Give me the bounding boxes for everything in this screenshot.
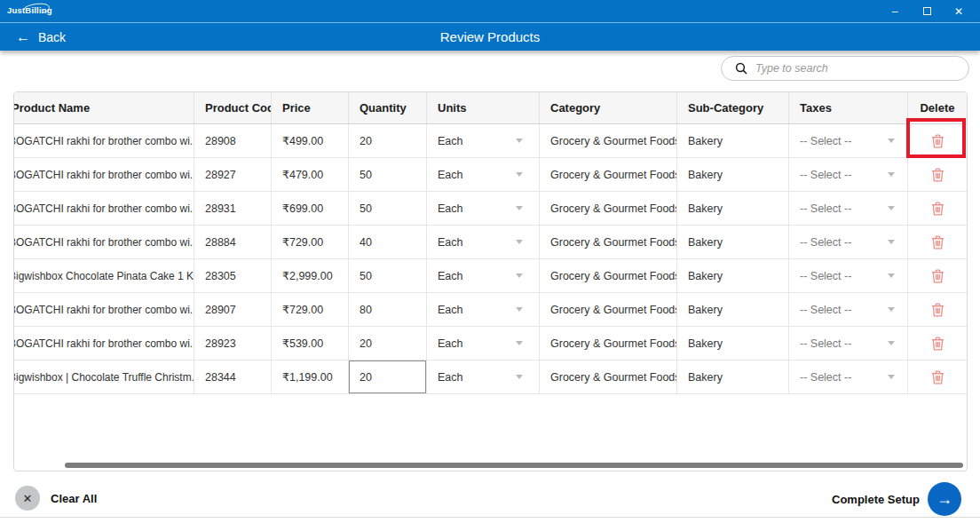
cell-quantity-input[interactable]: 50: [349, 259, 427, 292]
cell-product-code: 28305: [194, 259, 272, 292]
cell-units-dropdown[interactable]: Each: [427, 226, 540, 258]
cell-sub-category: Bakery: [677, 361, 789, 393]
logo-swoosh-icon: [21, 2, 53, 16]
cell-units-dropdown[interactable]: Each: [427, 192, 540, 225]
cell-category: Grocery & Gourmet Foods: [540, 327, 677, 360]
maximize-icon: [923, 7, 931, 15]
cell-category: Grocery & Gourmet Foods: [540, 124, 677, 157]
cell-units-dropdown[interactable]: Each: [427, 124, 540, 157]
cell-sub-category: Bakery: [677, 192, 789, 225]
column-header-price: Price: [272, 92, 349, 123]
table-row: BOGATCHI rakhi for brother combo wi...28…: [14, 327, 967, 361]
cell-units-dropdown[interactable]: Each: [427, 327, 540, 360]
chevron-down-icon: [888, 172, 895, 177]
cell-category: Grocery & Gourmet Foods: [540, 361, 677, 393]
cell-price: ₹539.00: [272, 327, 349, 360]
cell-units-dropdown[interactable]: Each: [427, 259, 540, 292]
cell-product-name: BOGATCHI rakhi for brother combo wi...: [14, 327, 194, 360]
delete-row-button[interactable]: [928, 265, 948, 287]
table-header-row: Product NameProduct CodePriceQuantityUni…: [14, 92, 967, 124]
delete-row-button[interactable]: [928, 231, 948, 253]
cell-units-dropdown[interactable]: Each: [427, 158, 540, 191]
chevron-down-icon: [516, 172, 523, 177]
cell-category: Grocery & Gourmet Foods: [540, 259, 677, 292]
taxes-value: -- Select --: [800, 236, 851, 249]
cell-taxes-dropdown[interactable]: -- Select --: [789, 259, 908, 292]
column-header-category: Category: [540, 92, 677, 123]
cell-delete: [908, 158, 967, 191]
column-header-units: Units: [427, 92, 540, 123]
cell-product-code: 28927: [194, 158, 272, 191]
cell-price: ₹729.00: [272, 226, 349, 258]
cell-quantity-input[interactable]: 40: [349, 226, 427, 258]
delete-row-button[interactable]: [928, 332, 948, 354]
cell-product-name: BOGATCHI rakhi for brother combo wi...: [14, 293, 194, 326]
maximize-button[interactable]: [911, 0, 943, 22]
delete-row-button[interactable]: [928, 366, 948, 388]
cell-taxes-dropdown[interactable]: -- Select --: [789, 327, 908, 360]
cell-price: ₹699.00: [272, 192, 349, 225]
cell-taxes-dropdown[interactable]: -- Select --: [789, 226, 908, 258]
cell-taxes-dropdown[interactable]: -- Select --: [789, 158, 908, 191]
cell-sub-category: Bakery: [677, 226, 789, 258]
cell-product-name: Bigwishbox Chocolate Pinata Cake 1 K...: [14, 259, 194, 292]
cell-taxes-dropdown[interactable]: -- Select --: [789, 361, 908, 393]
chevron-down-icon: [888, 206, 895, 210]
taxes-value: -- Select --: [800, 304, 851, 316]
delete-row-button[interactable]: [928, 163, 948, 186]
chevron-down-icon: [516, 273, 523, 278]
units-value: Each: [438, 135, 463, 147]
clear-all-button[interactable]: ✕ Clear All: [15, 486, 97, 511]
search-box[interactable]: [721, 56, 969, 81]
cell-category: Grocery & Gourmet Foods: [540, 226, 677, 258]
cell-taxes-dropdown[interactable]: -- Select --: [789, 124, 908, 157]
app-header: ← Back Review Products: [0, 22, 980, 51]
cell-quantity-input[interactable]: 20: [349, 124, 427, 157]
complete-setup-button[interactable]: Complete Setup →: [832, 482, 961, 516]
close-button[interactable]: ✕: [943, 0, 975, 22]
chevron-down-icon: [888, 240, 895, 244]
cell-taxes-dropdown[interactable]: -- Select --: [789, 293, 908, 326]
cell-taxes-dropdown[interactable]: -- Select --: [789, 192, 908, 225]
cell-sub-category: Bakery: [677, 327, 789, 360]
cell-quantity-input[interactable]: 80: [349, 293, 427, 326]
delete-row-button[interactable]: [928, 130, 948, 152]
column-header-quantity: Quantity: [349, 92, 427, 123]
cell-product-name: Bigwishbox | Chocolate Truffle Christm..…: [14, 361, 194, 393]
cell-units-dropdown[interactable]: Each: [427, 293, 540, 326]
cell-quantity-input[interactable]: 20: [349, 361, 427, 393]
cell-quantity-input[interactable]: 20: [349, 327, 427, 360]
clear-all-x-icon: ✕: [15, 486, 40, 511]
units-value: Each: [438, 371, 463, 384]
table-row: BOGATCHI rakhi for brother combo wi...28…: [14, 124, 967, 158]
delete-row-button[interactable]: [928, 298, 948, 321]
table-row: Bigwishbox | Chocolate Truffle Christm..…: [14, 361, 967, 394]
window-controls: – ✕: [879, 0, 975, 22]
minimize-button[interactable]: –: [879, 0, 911, 22]
cell-units-dropdown[interactable]: Each: [427, 361, 540, 393]
cell-product-code: 28931: [194, 192, 272, 225]
taxes-value: -- Select --: [800, 337, 851, 350]
search-icon: [735, 62, 747, 75]
cell-sub-category: Bakery: [677, 124, 789, 157]
search-input[interactable]: [747, 62, 968, 75]
horizontal-scrollbar[interactable]: [65, 463, 963, 468]
complete-setup-arrow-icon: →: [928, 482, 961, 516]
units-value: Each: [438, 236, 463, 249]
cell-quantity-input[interactable]: 50: [349, 158, 427, 191]
page-title: Review Products: [0, 23, 980, 52]
cell-product-name: BOGATCHI rakhi for brother combo wi...: [14, 192, 194, 225]
cell-price: ₹729.00: [272, 293, 349, 326]
delete-row-button[interactable]: [928, 197, 948, 219]
cell-price: ₹479.00: [272, 158, 349, 191]
units-value: Each: [438, 337, 463, 350]
chevron-down-icon: [516, 206, 523, 210]
cell-category: Grocery & Gourmet Foods: [540, 192, 677, 225]
units-value: Each: [438, 169, 463, 181]
cell-sub-category: Bakery: [677, 259, 789, 292]
cell-sub-category: Bakery: [677, 158, 789, 191]
complete-setup-label: Complete Setup: [832, 493, 920, 506]
chevron-down-icon: [516, 307, 523, 312]
cell-quantity-input[interactable]: 50: [349, 192, 427, 225]
chevron-down-icon: [516, 240, 523, 244]
